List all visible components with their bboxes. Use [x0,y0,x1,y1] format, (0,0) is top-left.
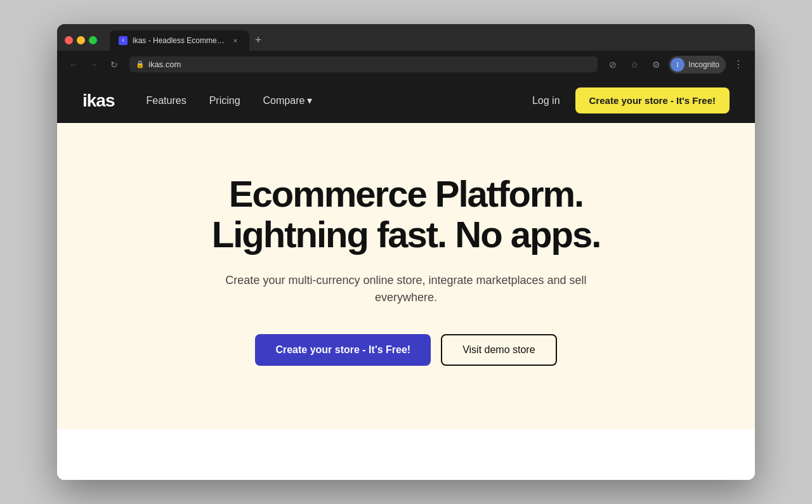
nav-features[interactable]: Features [147,95,187,107]
browser-titlebar: i ikas - Headless Ecommerce p... × + [57,24,755,51]
tab-bar: i ikas - Headless Ecommerce p... × + [110,30,723,51]
hero-buttons: Create your store - It's Free! Visit dem… [255,334,556,366]
address-bar[interactable]: 🔒 ikas.com [129,56,598,72]
profile-button[interactable]: I Incognito [669,56,726,74]
login-link[interactable]: Log in [532,95,560,107]
browser-chrome: i ikas - Headless Ecommerce p... × + ← →… [57,24,755,79]
browser-window: i ikas - Headless Ecommerce p... × + ← →… [57,24,755,481]
hero-cta-secondary[interactable]: Visit demo store [441,334,556,366]
hero-section: Ecommerce Platform. Lightning fast. No a… [57,123,755,430]
profile-name: Incognito [688,60,719,69]
nav-compare[interactable]: Compare ▾ [263,94,313,107]
tab-favicon: i [119,36,128,45]
forward-button[interactable]: → [85,56,103,74]
hero-title: Ecommerce Platform. Lightning fast. No a… [212,174,601,255]
nav-cta-button[interactable]: Create your store - It's Free! [575,87,730,113]
nav-links: Features Pricing Compare ▾ [147,94,532,107]
browser-toolbar: ← → ↻ 🔒 ikas.com ⊘ ☆ ⚙ I Incognito ⋮ [57,51,755,79]
bookmark-icon[interactable]: ☆ [625,56,643,74]
cast-icon[interactable]: ⊘ [604,56,622,74]
lock-icon: 🔒 [136,60,145,68]
below-hero [57,429,755,480]
new-tab-button[interactable]: + [249,32,267,49]
tab-title: ikas - Headless Ecommerce p... [133,36,225,45]
nav-buttons: ← → ↻ [65,56,123,74]
refresh-button[interactable]: ↻ [105,56,123,74]
close-button[interactable] [65,36,73,44]
back-button[interactable]: ← [65,56,82,74]
hero-subtitle: Create your multi-currency online store,… [216,272,596,306]
nav-right: Log in Create your store - It's Free! [532,87,730,113]
minimize-button[interactable] [77,36,85,44]
chevron-down-icon: ▾ [307,94,312,107]
site-nav: ikas Features Pricing Compare ▾ Log in C… [57,79,755,123]
toolbar-actions: ⊘ ☆ ⚙ I Incognito ⋮ [604,56,747,74]
avatar: I [671,58,684,72]
site-logo[interactable]: ikas [82,91,115,111]
tab-close-button[interactable]: × [230,36,240,46]
active-tab[interactable]: i ikas - Headless Ecommerce p... × [110,30,249,51]
browser-menu-button[interactable]: ⋮ [730,56,747,74]
website-content: ikas Features Pricing Compare ▾ Log in C… [57,79,755,481]
url-text: ikas.com [148,60,591,69]
maximize-button[interactable] [89,36,97,44]
traffic-lights [65,36,97,44]
nav-pricing[interactable]: Pricing [209,95,240,107]
extensions-icon[interactable]: ⚙ [647,56,665,74]
hero-cta-primary[interactable]: Create your store - It's Free! [255,334,431,366]
